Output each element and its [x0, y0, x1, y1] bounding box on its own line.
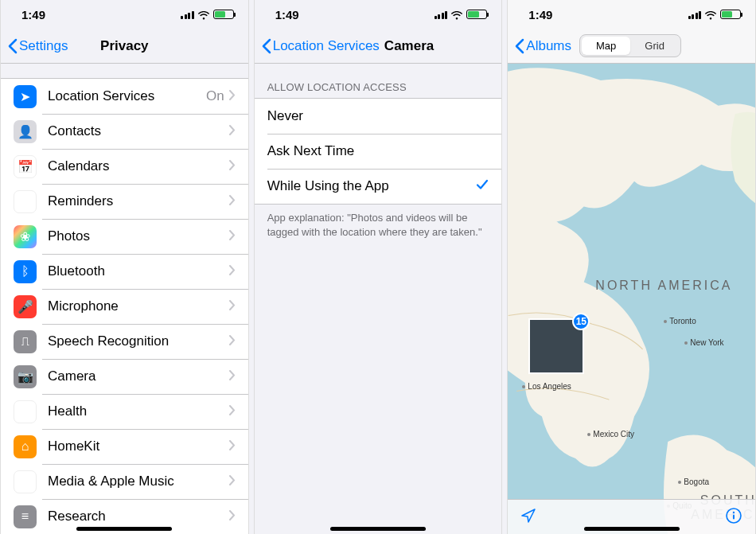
- row-location-services[interactable]: ➤Location ServicesOn: [1, 79, 248, 114]
- row-speech[interactable]: ⎍Speech Recognition: [1, 324, 248, 359]
- back-label: Albums: [526, 38, 571, 54]
- row-label: Location Services: [48, 88, 206, 104]
- chevron-left-icon: [514, 38, 524, 54]
- chevron-right-icon: [229, 229, 236, 244]
- photo-cluster[interactable]: 15: [528, 318, 584, 374]
- home-indicator[interactable]: [76, 527, 172, 531]
- map-view[interactable]: NORTH AMERICA SOUTH AMERICA Toronto New …: [508, 64, 755, 534]
- row-label: Calendars: [48, 158, 229, 174]
- row-label: Reminders: [48, 193, 229, 209]
- map-city-newyork: New York: [684, 338, 723, 347]
- back-label: Settings: [19, 38, 68, 54]
- mic-icon: 🎤: [14, 295, 37, 318]
- row-media[interactable]: ♫Media & Apple Music: [1, 464, 248, 499]
- map-city-la: Los Angeles: [522, 382, 571, 391]
- nav-bar: Albums Map Grid: [508, 29, 755, 64]
- status-bar: 1:49: [508, 0, 755, 29]
- row-calendars[interactable]: 📅Calendars: [1, 149, 248, 184]
- row-camera[interactable]: 📷Camera: [1, 359, 248, 394]
- battery-icon: [213, 10, 234, 19]
- home-indicator[interactable]: [330, 527, 426, 531]
- status-bar: 1:49: [255, 0, 502, 29]
- home-indicator[interactable]: [584, 527, 680, 531]
- status-time: 1:49: [528, 8, 552, 21]
- status-bar: 1:49: [1, 0, 248, 29]
- cellular-icon: [181, 10, 194, 19]
- location-arrow-icon: ➤: [14, 85, 37, 108]
- view-toggle: Map Grid: [579, 34, 681, 57]
- photos-icon: ❀: [14, 225, 37, 248]
- svg-rect-3: [733, 514, 735, 519]
- heart-icon: ♥: [14, 400, 37, 423]
- back-button[interactable]: Location Services: [261, 38, 380, 54]
- status-indicators: [435, 10, 488, 19]
- row-label: HomeKit: [48, 439, 229, 454]
- row-label: Speech Recognition: [48, 333, 229, 349]
- nav-bar: Settings Privacy: [1, 29, 248, 64]
- person-icon: 👤: [14, 120, 37, 143]
- map-city-mexico: Mexico City: [587, 430, 634, 439]
- nav-bar: Location Services Camera: [255, 29, 502, 64]
- camera-location-screen: 1:49 Location Services Camera Allow Loca…: [254, 0, 503, 534]
- calendar-icon: 📅: [14, 155, 37, 178]
- section-header: Allow Location Access: [255, 64, 502, 98]
- chevron-right-icon: [229, 404, 236, 419]
- row-homekit[interactable]: ⌂HomeKit: [1, 429, 248, 464]
- cellular-icon: [688, 10, 702, 19]
- row-label: Health: [48, 403, 229, 419]
- wifi-icon: [704, 10, 717, 19]
- chevron-right-icon: [229, 124, 236, 138]
- chevron-right-icon: [229, 194, 236, 209]
- option-while[interactable]: While Using the App: [255, 169, 502, 204]
- row-contacts[interactable]: 👤Contacts: [1, 114, 248, 149]
- back-button[interactable]: Albums: [514, 38, 571, 54]
- camera-icon: 📷: [14, 365, 37, 388]
- chevron-right-icon: [229, 89, 236, 103]
- back-button[interactable]: Settings: [7, 38, 68, 54]
- reminders-icon: ⋮: [14, 190, 37, 213]
- option-never[interactable]: Never: [255, 99, 502, 134]
- segment-map[interactable]: Map: [582, 37, 630, 55]
- status-time: 1:49: [21, 8, 45, 21]
- row-reminders[interactable]: ⋮Reminders: [1, 184, 248, 219]
- segment-grid[interactable]: Grid: [630, 37, 679, 55]
- wifi-icon: [450, 10, 463, 19]
- row-label: Bluetooth: [48, 263, 229, 279]
- nav-title: Camera: [384, 38, 434, 54]
- row-label: Media & Apple Music: [48, 474, 229, 489]
- chevron-right-icon: [229, 264, 236, 279]
- option-ask[interactable]: Ask Next Time: [255, 134, 502, 169]
- checkmark-icon: [476, 178, 489, 194]
- chevron-right-icon: [229, 474, 236, 489]
- row-health[interactable]: ♥Health: [1, 394, 248, 429]
- row-value: On: [206, 88, 224, 104]
- chevron-right-icon: [229, 299, 236, 314]
- wifi-icon: [197, 10, 210, 19]
- chevron-right-icon: [229, 334, 236, 349]
- battery-icon: [720, 10, 741, 19]
- privacy-list[interactable]: ➤Location ServicesOn👤Contacts📅Calendars⋮…: [1, 78, 248, 534]
- row-label: Camera: [48, 368, 229, 384]
- info-button[interactable]: [725, 507, 742, 528]
- location-access-list: NeverAsk Next TimeWhile Using the App: [255, 98, 502, 205]
- map-city-bogota: Bogota: [678, 477, 709, 486]
- row-label: Research: [48, 509, 229, 524]
- map-city-toronto: Toronto: [664, 317, 696, 325]
- status-indicators: [688, 10, 742, 19]
- privacy-list-container: ➤Location ServicesOn👤Contacts📅Calendars⋮…: [1, 64, 248, 534]
- chevron-right-icon: [229, 509, 236, 524]
- row-photos[interactable]: ❀Photos: [1, 219, 248, 254]
- locate-me-button[interactable]: [520, 508, 536, 527]
- row-bluetooth[interactable]: ᛒBluetooth: [1, 254, 248, 289]
- option-label: Never: [267, 108, 489, 124]
- row-microphone[interactable]: 🎤Microphone: [1, 289, 248, 324]
- chevron-right-icon: [229, 159, 236, 173]
- status-indicators: [181, 10, 234, 19]
- app-explanation: App explanation: "Photos and videos will…: [255, 205, 502, 245]
- music-icon: ♫: [14, 470, 37, 493]
- option-label: Ask Next Time: [267, 143, 489, 159]
- waveform-icon: ⎍: [14, 330, 37, 353]
- map-svg: [508, 64, 755, 534]
- option-label: While Using the App: [267, 178, 477, 194]
- location-arrow-icon: [520, 508, 536, 524]
